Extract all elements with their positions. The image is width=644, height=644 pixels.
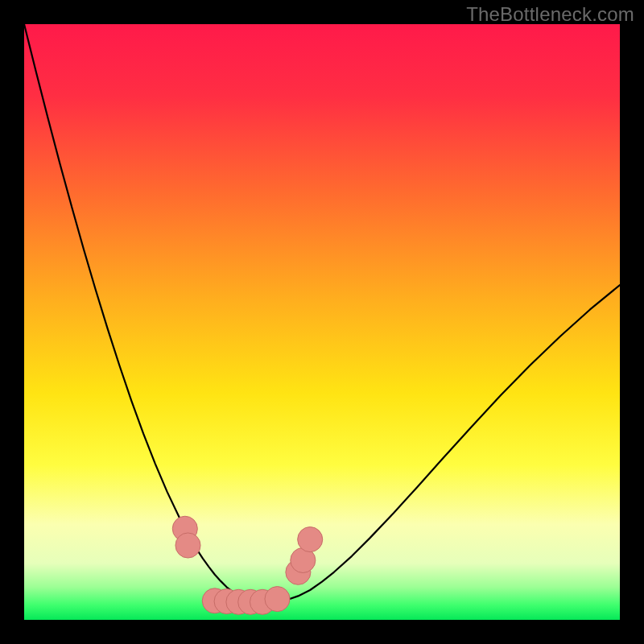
- data-marker: [265, 587, 290, 612]
- chart-frame: TheBottleneck.com: [0, 0, 644, 644]
- data-marker: [175, 533, 200, 558]
- plot-area: [24, 24, 620, 620]
- data-marker: [298, 527, 323, 552]
- gradient-background: [24, 24, 620, 620]
- watermark-text: TheBottleneck.com: [466, 3, 634, 26]
- plot-svg: [24, 24, 620, 620]
